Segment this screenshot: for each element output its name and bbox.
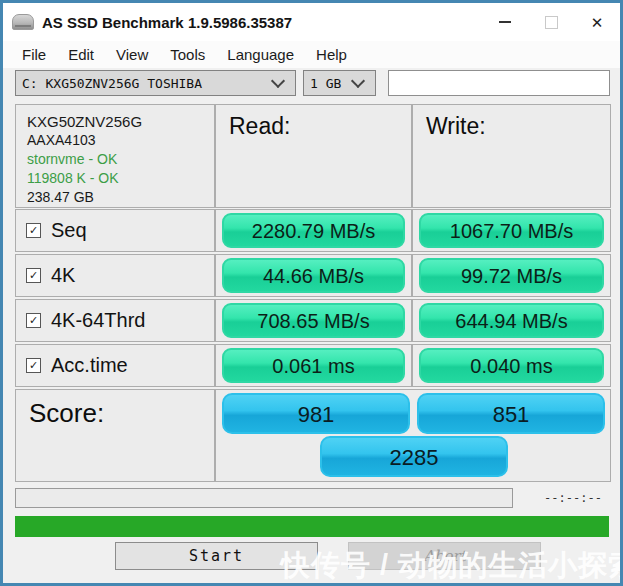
drive-select-value: C: KXG50ZNV256G TOSHIBA: [16, 76, 273, 91]
drive-select-dropdown[interactable]: C: KXG50ZNV256G TOSHIBA: [15, 70, 296, 96]
score-total-value: 2285: [320, 436, 508, 477]
4k-checkbox[interactable]: ✓: [26, 268, 41, 283]
write-header-label: Write:: [413, 105, 610, 140]
row-4k: ✓ 4K: [15, 254, 215, 297]
menu-view[interactable]: View: [105, 46, 159, 63]
row-acctime: ✓ Acc.time: [15, 344, 215, 387]
chevron-down-icon: [351, 74, 365, 88]
window-title: AS SSD Benchmark 1.9.5986.35387: [42, 14, 292, 31]
4k64thrd-write-value: 644.94 MB/s: [419, 303, 604, 338]
acctime-read-cell: 0.061 ms: [215, 344, 412, 387]
test-size-dropdown[interactable]: 1 GB: [303, 70, 376, 96]
4k-read-cell: 44.66 MB/s: [215, 254, 412, 297]
4k-label: 4K: [51, 264, 75, 287]
time-remaining: --:--:--: [537, 491, 609, 505]
4k-write-value: 99.72 MB/s: [419, 258, 604, 293]
menu-file[interactable]: File: [11, 46, 57, 63]
seq-write-cell: 1067.70 MB/s: [412, 209, 611, 252]
score-label: Score:: [16, 390, 214, 429]
drive-capacity: 238.47 GB: [27, 188, 214, 207]
drive-info-panel: KXG50ZNV256G AAXA4103 stornvme - OK 1198…: [15, 104, 215, 208]
menu-language[interactable]: Language: [216, 46, 305, 63]
driver-status: stornvme - OK: [27, 150, 214, 169]
4k-write-cell: 99.72 MB/s: [412, 254, 611, 297]
minimize-button[interactable]: [482, 3, 528, 41]
empty-field: [388, 70, 610, 96]
4k64thrd-write-cell: 644.94 MB/s: [412, 299, 611, 342]
progress-bar: [15, 488, 513, 508]
menu-help[interactable]: Help: [305, 46, 358, 63]
drive-model: KXG50ZNV256G: [27, 112, 214, 131]
acctime-read-value: 0.061 ms: [222, 348, 405, 383]
chevron-down-icon: [271, 74, 285, 88]
drive-app-icon: [12, 14, 34, 30]
menu-tools[interactable]: Tools: [159, 46, 216, 63]
write-column-header: Write:: [412, 104, 611, 208]
score-values-cell: 981 851 2285: [215, 389, 611, 482]
close-icon: ✕: [591, 15, 604, 30]
4k64thrd-read-value: 708.65 MB/s: [222, 303, 405, 338]
acctime-write-cell: 0.040 ms: [412, 344, 611, 387]
seq-read-value: 2280.79 MB/s: [222, 213, 405, 248]
acctime-label: Acc.time: [51, 354, 128, 377]
window-controls: ✕: [482, 3, 620, 41]
score-write-value: 851: [417, 393, 605, 434]
menu-bar: File Edit View Tools Language Help: [3, 41, 620, 68]
read-column-header: Read:: [215, 104, 412, 208]
test-size-value: 1 GB: [304, 76, 353, 91]
partition-alignment-status: 119808 K - OK: [27, 169, 214, 188]
read-header-label: Read:: [216, 105, 411, 140]
4k64thrd-label: 4K-64Thrd: [51, 309, 146, 332]
score-label-cell: Score:: [15, 389, 215, 482]
title-bar: AS SSD Benchmark 1.9.5986.35387 ✕: [3, 3, 620, 41]
seq-label: Seq: [51, 219, 87, 242]
drive-firmware: AAXA4103: [27, 131, 214, 150]
watermark-text: 快传号 / 动物的生活小探索: [281, 546, 623, 586]
app-window: AS SSD Benchmark 1.9.5986.35387 ✕ File E…: [0, 0, 623, 586]
maximize-icon: [545, 16, 558, 29]
row-4k64thrd: ✓ 4K-64Thrd: [15, 299, 215, 342]
score-read-value: 981: [222, 393, 410, 434]
seq-checkbox[interactable]: ✓: [26, 223, 41, 238]
acctime-write-value: 0.040 ms: [419, 348, 604, 383]
row-seq: ✓ Seq: [15, 209, 215, 252]
seq-read-cell: 2280.79 MB/s: [215, 209, 412, 252]
menu-edit[interactable]: Edit: [57, 46, 105, 63]
4k64thrd-read-cell: 708.65 MB/s: [215, 299, 412, 342]
close-button[interactable]: ✕: [574, 3, 620, 41]
maximize-button[interactable]: [528, 3, 574, 41]
minimize-icon: [499, 21, 511, 23]
overall-progress-bar: [15, 516, 609, 537]
acctime-checkbox[interactable]: ✓: [26, 358, 41, 373]
seq-write-value: 1067.70 MB/s: [419, 213, 604, 248]
4k64thrd-checkbox[interactable]: ✓: [26, 313, 41, 328]
4k-read-value: 44.66 MB/s: [222, 258, 405, 293]
